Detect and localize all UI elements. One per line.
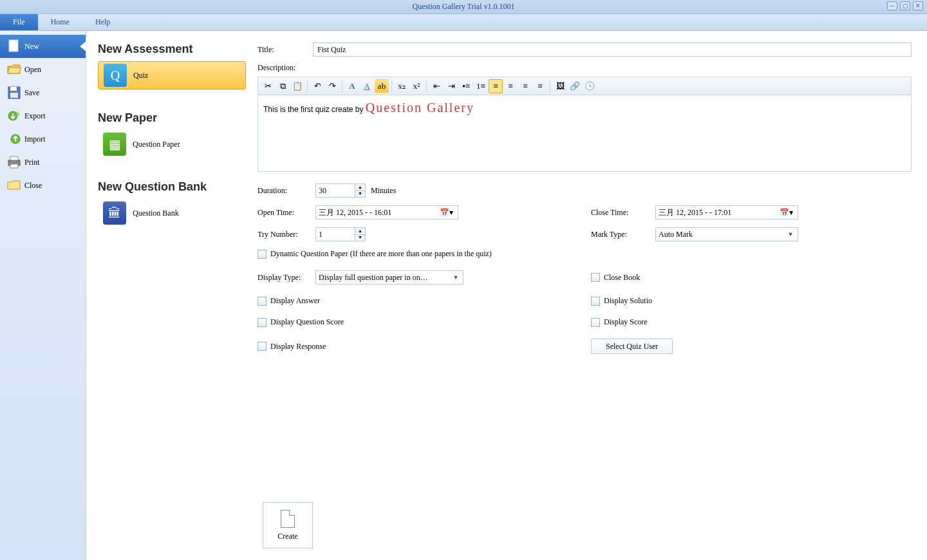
copy-icon[interactable]: ⧉ — [276, 79, 290, 93]
image-icon[interactable]: 🖼 — [553, 79, 567, 93]
select-quiz-user-button[interactable]: Select Quiz User — [591, 339, 673, 354]
calendar-dropdown-icon[interactable]: 📅▾ — [777, 208, 795, 218]
calendar-dropdown-icon[interactable]: 📅▾ — [437, 208, 455, 218]
question-bank-icon: 🏛 — [103, 201, 126, 225]
spin-down-icon[interactable]: ▼ — [355, 235, 365, 241]
redo-icon[interactable]: ↷ — [325, 79, 339, 93]
paste-icon[interactable]: 📋 — [290, 79, 304, 93]
export-icon — [6, 109, 22, 123]
bullet-list-icon[interactable]: ⦁≡ — [459, 79, 473, 93]
superscript-icon[interactable]: x² — [409, 79, 424, 93]
display-solution-checkbox[interactable] — [591, 297, 600, 306]
duration-spinner[interactable]: ▲▼ — [315, 183, 366, 198]
editor-toolbar: ✂ ⧉ 📋 ↶ ↷ A A ab x₂ x² ⇤ ⇥ ⦁≡ 1≡ ≡ ≡ ≡ ≡… — [258, 77, 912, 95]
outdent-icon[interactable]: ⇥ — [444, 79, 458, 93]
number-list-icon[interactable]: 1≡ — [474, 79, 488, 93]
svg-rect-8 — [10, 164, 18, 168]
maximize-button[interactable]: ▢ — [900, 1, 910, 10]
clock-icon[interactable]: 🕓 — [583, 79, 597, 93]
mark-type-label: Mark Type: — [591, 230, 655, 239]
folder-icon — [6, 178, 22, 192]
display-type-label: Display Type: — [258, 273, 315, 283]
display-score-checkbox[interactable] — [591, 318, 600, 327]
menu-bar: File Home Help — [0, 14, 927, 31]
open-time-picker[interactable]: 三月 12, 2015 - - 16:01 📅▾ — [315, 205, 458, 219]
document-icon — [281, 510, 295, 528]
heading-bank: New Question Bank — [98, 180, 246, 194]
close-time-label: Close Time: — [591, 208, 655, 218]
svg-rect-2 — [10, 87, 17, 91]
folder-open-icon — [6, 62, 22, 77]
mark-type-select[interactable]: Auto Mark▼ — [655, 227, 798, 241]
menu-help[interactable]: Help — [82, 14, 123, 30]
quiz-icon: Q — [104, 64, 127, 87]
description-highlight: Question Gallery — [366, 100, 474, 115]
cut-icon[interactable]: ✂ — [261, 79, 275, 93]
align-left-icon[interactable]: ≡ — [489, 79, 503, 93]
new-document-icon — [6, 39, 22, 53]
chevron-down-icon[interactable]: ▼ — [786, 231, 795, 238]
new-panel: New Assessment Q Quiz New Paper ▦ Questi… — [86, 31, 252, 560]
spin-down-icon[interactable]: ▼ — [355, 191, 365, 198]
question-paper-icon: ▦ — [103, 133, 126, 156]
title-input[interactable] — [313, 42, 912, 57]
description-editor[interactable]: This is the first quiz create by Questio… — [258, 95, 912, 172]
sidebar-item-new[interactable]: New — [0, 35, 86, 58]
close-book-checkbox[interactable] — [591, 273, 600, 282]
item-question-paper[interactable]: ▦ Question Paper — [98, 130, 246, 158]
spin-up-icon[interactable]: ▲ — [355, 228, 365, 235]
font-face-icon[interactable]: A — [345, 79, 359, 93]
title-label: Title: — [258, 45, 313, 55]
align-right-icon[interactable]: ≡ — [518, 79, 532, 93]
display-answer-checkbox[interactable] — [258, 297, 267, 306]
open-time-label: Open Time: — [258, 208, 315, 218]
print-icon — [6, 155, 22, 169]
close-time-picker[interactable]: 三月 12, 2015 - - 17:01 📅▾ — [655, 205, 798, 219]
save-icon — [6, 86, 22, 100]
indent-icon[interactable]: ⇤ — [429, 79, 444, 93]
dynamic-label: Dynamic Question Paper (If there are mor… — [270, 249, 492, 259]
display-type-select[interactable]: Display full question paper in on…▼ — [315, 270, 464, 285]
window-title: Question Gallery Trial v1.0.1001 — [413, 2, 515, 12]
duration-unit: Minutes — [371, 186, 396, 196]
display-response-checkbox[interactable] — [258, 342, 267, 351]
sidebar-item-print[interactable]: Print — [0, 151, 86, 174]
create-button[interactable]: Create — [263, 502, 313, 548]
svg-rect-3 — [10, 93, 18, 98]
heading-paper: New Paper — [98, 111, 246, 125]
try-number-label: Try Number: — [258, 230, 315, 239]
minimize-button[interactable]: ─ — [887, 1, 897, 10]
heading-assessment: New Assessment — [98, 42, 246, 56]
title-bar: Question Gallery Trial v1.0.1001 ─ ▢ ✕ — [0, 0, 927, 14]
spin-up-icon[interactable]: ▲ — [355, 184, 365, 191]
menu-file[interactable]: File — [0, 14, 38, 30]
subscript-icon[interactable]: x₂ — [395, 79, 409, 93]
undo-icon[interactable]: ↶ — [310, 79, 324, 93]
item-question-bank[interactable]: 🏛 Question Bank — [98, 199, 246, 227]
sidebar-item-import[interactable]: Import — [0, 127, 86, 151]
sidebar-item-save[interactable]: Save — [0, 81, 86, 104]
close-window-button[interactable]: ✕ — [913, 1, 923, 10]
font-color-icon[interactable]: A — [360, 79, 374, 93]
item-quiz[interactable]: Q Quiz — [98, 61, 246, 89]
link-icon[interactable]: 🔗 — [568, 79, 582, 93]
display-qscore-checkbox[interactable] — [258, 318, 267, 327]
duration-label: Duration: — [258, 186, 315, 196]
sidebar-item-open[interactable]: Open — [0, 58, 86, 81]
align-justify-icon[interactable]: ≡ — [533, 79, 547, 93]
close-book-label: Close Book — [604, 273, 640, 283]
highlight-icon[interactable]: ab — [375, 79, 389, 93]
sidebar-item-export[interactable]: Export — [0, 104, 86, 127]
main-form: Title: Description: ✂ ⧉ 📋 ↶ ↷ A A ab x₂ … — [252, 31, 927, 560]
try-number-spinner[interactable]: ▲▼ — [315, 227, 366, 241]
sidebar-item-close[interactable]: Close — [0, 174, 86, 197]
description-label: Description: — [258, 63, 295, 72]
file-sidebar: New Open Save Export Import Print Close — [0, 31, 86, 560]
dynamic-checkbox[interactable] — [258, 250, 267, 259]
svg-rect-7 — [10, 156, 18, 160]
align-center-icon[interactable]: ≡ — [503, 79, 518, 93]
chevron-down-icon[interactable]: ▼ — [451, 274, 460, 281]
menu-home[interactable]: Home — [38, 14, 82, 30]
import-icon — [6, 132, 22, 146]
